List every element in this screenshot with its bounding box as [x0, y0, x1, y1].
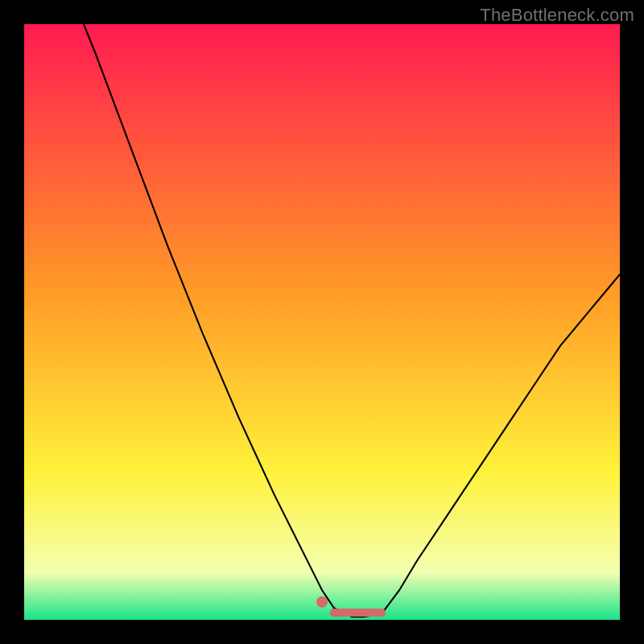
plot-area — [24, 24, 620, 620]
chart-frame: TheBottleneck.com — [0, 0, 644, 644]
gradient-background — [24, 24, 620, 620]
plot-svg — [24, 24, 620, 620]
optimal-zone-dot — [316, 597, 328, 608]
watermark-label: TheBottleneck.com — [480, 5, 634, 26]
